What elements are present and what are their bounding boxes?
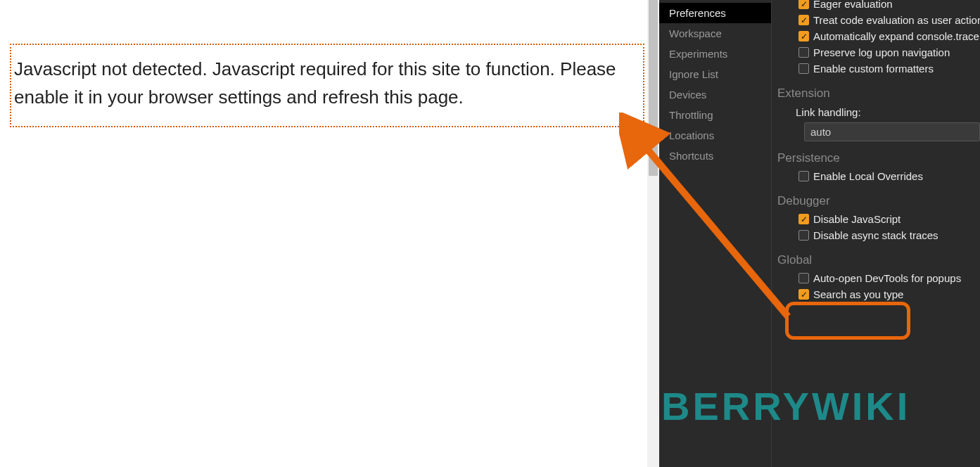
sidebar-item-preferences[interactable]: Preferences: [659, 3, 771, 23]
section-extension: Extension: [775, 77, 980, 103]
checkbox-unchecked-icon[interactable]: [798, 63, 809, 74]
sidebar-item-shortcuts[interactable]: Shortcuts: [659, 146, 771, 166]
setting-search-as-you-type[interactable]: ✓ Search as you type: [775, 286, 980, 302]
section-global: Global: [775, 243, 980, 270]
page-content: Javascript not detected. Javascript requ…: [0, 0, 647, 467]
page-scrollbar-track[interactable]: [647, 0, 659, 467]
watermark: BERRYWIKI: [661, 383, 910, 429]
checkbox-unchecked-icon[interactable]: [798, 273, 809, 283]
link-handling-label: Link handling:: [775, 103, 980, 122]
checkbox-checked-icon[interactable]: ✓: [798, 31, 809, 41]
section-debugger: Debugger: [775, 184, 980, 211]
setting-disable-javascript[interactable]: ✓ Disable JavaScript: [775, 211, 980, 227]
setting-eager-evaluation[interactable]: ✓ Eager evaluation: [775, 0, 980, 12]
setting-label: Disable JavaScript: [813, 213, 901, 225]
setting-treat-code-eval[interactable]: ✓ Treat code evaluation as user action: [775, 12, 980, 28]
setting-label: Treat code evaluation as user action: [813, 14, 980, 26]
sidebar-item-throttling[interactable]: Throttling: [659, 105, 771, 125]
link-handling-select[interactable]: auto: [804, 122, 980, 141]
page-scrollbar-thumb[interactable]: [649, 0, 658, 176]
setting-label: Disable async stack traces: [813, 229, 938, 241]
setting-label: Automatically expand console.trace(): [813, 30, 980, 42]
setting-label: Auto-open DevTools for popups: [813, 272, 961, 284]
sidebar-item-experiments[interactable]: Experiments: [659, 44, 771, 64]
js-disabled-warning: Javascript not detected. Javascript requ…: [10, 44, 644, 127]
sidebar-item-ignore-list[interactable]: Ignore List: [659, 64, 771, 84]
sidebar-item-locations[interactable]: Locations: [659, 125, 771, 146]
checkbox-checked-icon[interactable]: ✓: [798, 214, 809, 224]
annotation-highlight-box: [785, 302, 910, 340]
sidebar-item-devices[interactable]: Devices: [659, 84, 771, 105]
checkbox-checked-icon[interactable]: ✓: [798, 0, 809, 9]
setting-label: Enable custom formatters: [813, 63, 934, 75]
setting-auto-open-devtools[interactable]: Auto-open DevTools for popups: [775, 270, 980, 286]
checkbox-checked-icon[interactable]: ✓: [798, 15, 809, 25]
setting-disable-async[interactable]: Disable async stack traces: [775, 227, 980, 243]
checkbox-unchecked-icon[interactable]: [798, 47, 809, 58]
setting-local-overrides[interactable]: Enable Local Overrides: [775, 168, 980, 184]
setting-auto-expand-trace[interactable]: ✓ Automatically expand console.trace(): [775, 28, 980, 44]
section-persistence: Persistence: [775, 141, 980, 168]
sidebar-item-workspace[interactable]: Workspace: [659, 23, 771, 44]
checkbox-unchecked-icon[interactable]: [798, 171, 809, 181]
setting-label: Enable Local Overrides: [813, 170, 923, 182]
setting-label: Preserve log upon navigation: [813, 46, 950, 58]
setting-label: Eager evaluation: [813, 0, 893, 10]
setting-custom-formatters[interactable]: Enable custom formatters: [775, 60, 980, 77]
checkbox-unchecked-icon[interactable]: [798, 230, 809, 241]
setting-label: Search as you type: [813, 288, 903, 300]
checkbox-checked-icon[interactable]: ✓: [798, 289, 809, 300]
setting-preserve-log[interactable]: Preserve log upon navigation: [775, 44, 980, 60]
